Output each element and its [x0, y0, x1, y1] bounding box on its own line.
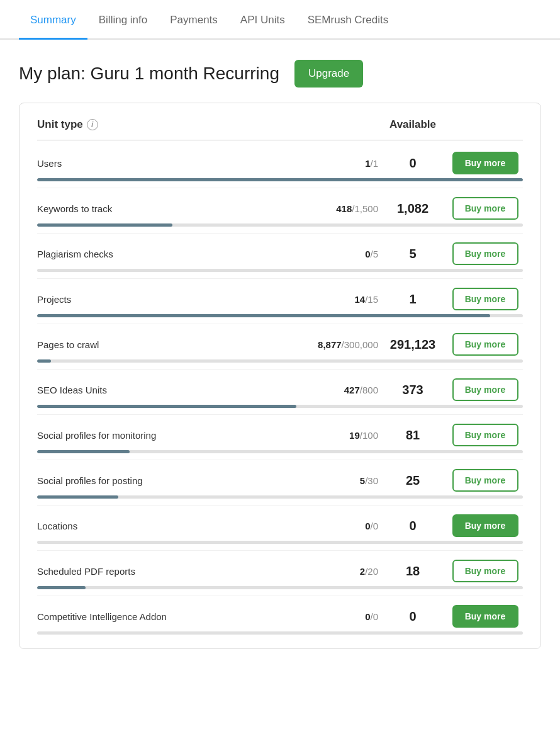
buy-more-button-1[interactable]: Buy more — [452, 197, 518, 220]
info-icon[interactable]: i — [87, 119, 98, 130]
row-usage-6: 19/100 — [284, 430, 378, 441]
buy-more-button-5[interactable]: Buy more — [452, 378, 518, 401]
row-action-2: Buy more — [447, 242, 523, 265]
row-name-10: Competitive Intelligence Addon — [37, 611, 284, 622]
table-row: Pages to crawl 8,877/300,000 291,123 Buy… — [37, 324, 523, 370]
progress-fill-9 — [37, 586, 86, 589]
row-name-9: Scheduled PDF reports — [37, 566, 284, 577]
row-usage-5: 427/800 — [284, 385, 378, 395]
row-action-0: Buy more — [447, 152, 523, 174]
table-row: Keywords to track 418/1,500 1,082 Buy mo… — [37, 188, 523, 234]
progress-track-7 — [37, 495, 523, 499]
plan-header: My plan: Guru 1 month Recurring Upgrade — [0, 40, 560, 103]
progress-fill-1 — [37, 223, 172, 227]
row-action-9: Buy more — [447, 560, 523, 582]
buy-more-button-0[interactable]: Buy more — [452, 152, 518, 174]
table-header: Unit type i Available — [37, 118, 523, 140]
row-name-2: Plagiarism checks — [37, 249, 284, 259]
table-row: Locations 0/0 0 Buy more — [37, 506, 523, 551]
row-usage-8: 0/0 — [284, 521, 378, 531]
progress-track-10 — [37, 631, 523, 635]
unit-type-label: Unit type — [37, 118, 83, 131]
progress-track-8 — [37, 541, 523, 544]
progress-track-3 — [37, 314, 523, 317]
progress-track-2 — [37, 269, 523, 272]
buy-more-button-3[interactable]: Buy more — [452, 288, 518, 310]
upgrade-button[interactable]: Upgrade — [294, 60, 363, 88]
table-row: Plagiarism checks 0/5 5 Buy more — [37, 234, 523, 279]
row-available-4: 291,123 — [378, 337, 447, 352]
row-name-3: Projects — [37, 294, 284, 305]
row-usage-4: 8,877/300,000 — [284, 339, 378, 350]
buy-more-button-7[interactable]: Buy more — [452, 469, 518, 492]
progress-fill-6 — [37, 450, 130, 453]
row-available-10: 0 — [378, 609, 447, 624]
row-usage-2: 0/5 — [284, 249, 378, 259]
progress-track-5 — [37, 405, 523, 408]
progress-fill-3 — [37, 314, 490, 317]
tab-api-units[interactable]: API Units — [229, 0, 296, 40]
row-usage-1: 418/1,500 — [284, 203, 378, 214]
row-action-4: Buy more — [447, 333, 523, 356]
row-name-8: Locations — [37, 521, 284, 531]
available-label: Available — [378, 118, 447, 131]
table-row: Social profiles for monitoring 19/100 81… — [37, 415, 523, 460]
progress-track-0 — [37, 178, 523, 181]
tab-summary[interactable]: Summary — [19, 0, 87, 40]
buy-more-button-9[interactable]: Buy more — [452, 560, 518, 582]
row-action-5: Buy more — [447, 378, 523, 401]
row-usage-0: 1/1 — [284, 158, 378, 169]
table-row: Social profiles for posting 5/30 25 Buy … — [37, 460, 523, 506]
progress-track-1 — [37, 223, 523, 227]
row-name-1: Keywords to track — [37, 203, 284, 214]
subscription-card: Unit type i Available Users 1/1 0 Buy mo… — [19, 103, 541, 649]
row-action-1: Buy more — [447, 197, 523, 220]
plan-title: My plan: Guru 1 month Recurring — [19, 64, 279, 84]
row-available-5: 373 — [378, 383, 447, 397]
table-row: Users 1/1 0 Buy more — [37, 143, 523, 188]
progress-track-9 — [37, 586, 523, 589]
buy-more-button-6[interactable]: Buy more — [452, 424, 518, 446]
row-name-5: SEO Ideas Units — [37, 385, 284, 395]
row-available-6: 81 — [378, 428, 447, 443]
row-usage-10: 0/0 — [284, 611, 378, 622]
row-action-8: Buy more — [447, 514, 523, 537]
row-available-3: 1 — [378, 292, 447, 307]
table-row: Projects 14/15 1 Buy more — [37, 279, 523, 324]
buy-more-button-4[interactable]: Buy more — [452, 333, 518, 356]
buy-more-button-8[interactable]: Buy more — [452, 514, 518, 537]
tab-billing-info[interactable]: Billing info — [87, 0, 159, 40]
row-name-7: Social profiles for posting — [37, 475, 284, 486]
progress-fill-5 — [37, 405, 296, 408]
table-row: Competitive Intelligence Addon 0/0 0 Buy… — [37, 596, 523, 641]
table-body: Users 1/1 0 Buy more Keywords to track 4… — [37, 143, 523, 641]
tab-semrush-credits[interactable]: SEMrush Credits — [296, 0, 400, 40]
row-available-1: 1,082 — [378, 201, 447, 216]
tab-payments[interactable]: Payments — [159, 0, 229, 40]
tab-bar: Summary Billing info Payments API Units … — [0, 0, 560, 40]
progress-fill-7 — [37, 495, 118, 499]
row-usage-3: 14/15 — [284, 294, 378, 305]
progress-fill-4 — [37, 359, 51, 363]
buy-more-button-10[interactable]: Buy more — [452, 605, 518, 628]
row-action-7: Buy more — [447, 469, 523, 492]
row-usage-7: 5/30 — [284, 475, 378, 486]
row-name-6: Social profiles for monitoring — [37, 430, 284, 441]
table-row: Scheduled PDF reports 2/20 18 Buy more — [37, 551, 523, 596]
table-row: SEO Ideas Units 427/800 373 Buy more — [37, 370, 523, 415]
row-action-10: Buy more — [447, 605, 523, 628]
progress-track-6 — [37, 450, 523, 453]
row-usage-9: 2/20 — [284, 566, 378, 577]
row-action-3: Buy more — [447, 288, 523, 310]
row-available-8: 0 — [378, 519, 447, 533]
row-action-6: Buy more — [447, 424, 523, 446]
row-available-2: 5 — [378, 247, 447, 261]
row-name-4: Pages to crawl — [37, 339, 284, 350]
progress-fill-0 — [37, 178, 523, 181]
row-available-9: 18 — [378, 564, 447, 579]
row-available-7: 25 — [378, 473, 447, 488]
progress-track-4 — [37, 359, 523, 363]
row-name-0: Users — [37, 158, 284, 169]
buy-more-button-2[interactable]: Buy more — [452, 242, 518, 265]
row-available-0: 0 — [378, 156, 447, 171]
